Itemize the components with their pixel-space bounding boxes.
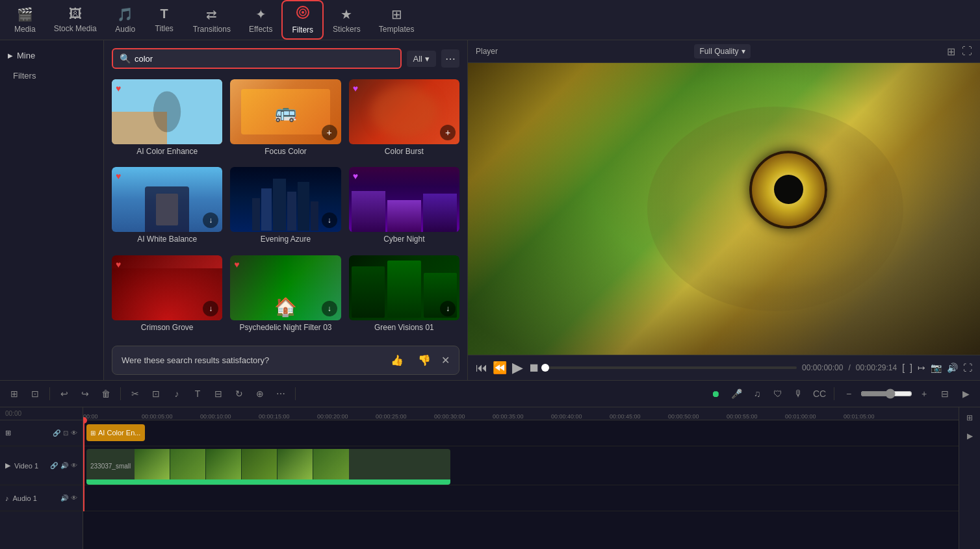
step-back-button[interactable]: ⏪	[493, 361, 507, 375]
nav-titles[interactable]: T Titles	[145, 3, 184, 37]
track-filter-eye-icon[interactable]: 👁	[71, 429, 77, 437]
vid-thumb-1	[135, 449, 170, 483]
track-video-link-icon[interactable]: 🔗	[50, 462, 58, 469]
thumbup-button[interactable]: 👍	[387, 353, 407, 368]
undo-button[interactable]: ↩	[55, 385, 73, 403]
track-video-eye-icon[interactable]: 👁	[71, 462, 77, 469]
stop-button[interactable]: ⏹	[528, 361, 540, 375]
nav-stock-media[interactable]: 🖼 Stock Media	[45, 3, 106, 37]
video-clip-label: 233037_small	[86, 463, 135, 470]
mark-out-button[interactable]: ]	[910, 363, 912, 373]
vid-thumb-5	[277, 449, 313, 483]
mark-in-button[interactable]: [	[902, 363, 905, 373]
filter-card-white-balance[interactable]: ♥ ↓ AI White Balance	[112, 167, 222, 247]
sidebar-item-filters[interactable]: Filters	[0, 66, 103, 86]
nav-transitions[interactable]: ⇄ Transitions	[184, 3, 240, 38]
track-audio-eye-icon[interactable]: 👁	[71, 494, 77, 502]
video-clip[interactable]: 233037_small	[86, 449, 450, 483]
time-total: 00:00:29:14	[856, 363, 897, 372]
satisfaction-bar: Were these search results satisfactory? …	[112, 346, 459, 375]
ruler-mark-45: 00:00:45:00	[610, 413, 641, 420]
more-options-button[interactable]: ⋯	[441, 49, 459, 68]
redo-button[interactable]: ↪	[76, 385, 94, 403]
nav-media[interactable]: 🎬 Media	[5, 3, 45, 38]
filter-card-green[interactable]: ↓ Green Visions 01	[349, 255, 459, 335]
sidebar: ▶ Mine Filters	[0, 40, 104, 380]
filter-clip-label: AI Color En...	[98, 429, 140, 437]
play-button[interactable]: ▶	[512, 359, 523, 376]
ruler-mark-40: 00:00:40:00	[551, 413, 582, 420]
add-track-button[interactable]: ⊞	[5, 385, 23, 403]
mic-button[interactable]: 🎙	[790, 385, 808, 403]
voice-button[interactable]: 🎤	[727, 385, 745, 403]
crop-button[interactable]: ↦	[918, 363, 925, 373]
filter-card-psychedelic[interactable]: 🏠 ♥ ↓ Psychedelic Night Filter 03	[230, 255, 341, 335]
record-button[interactable]: ⏺	[706, 385, 725, 403]
timeline-tracks: 00:00 00:00:05:00 00:00:10:00 00:00:15:0…	[83, 407, 959, 549]
filter-thumb-white-balance: ♥ ↓	[112, 167, 222, 232]
filter-card-cyber[interactable]: ♥ Cyber Night	[349, 167, 459, 247]
layout-button[interactable]: ⊟	[936, 385, 954, 403]
filter-all-dropdown[interactable]: All ▾	[407, 51, 436, 67]
nav-stickers[interactable]: ★ Stickers	[324, 3, 370, 38]
split-button[interactable]: ✂	[126, 385, 144, 403]
player-video	[468, 63, 980, 355]
shield-button[interactable]: 🛡	[769, 385, 787, 403]
nav-audio[interactable]: 🎵 Audio	[106, 3, 145, 38]
delete-button[interactable]: 🗑	[97, 385, 115, 403]
satisfaction-close-button[interactable]: ✕	[441, 354, 450, 366]
group-button[interactable]: ⊕	[251, 385, 269, 403]
nav-audio-label: Audio	[115, 25, 135, 34]
sidebar-item-mine[interactable]: ▶ Mine	[0, 45, 103, 66]
filter-card-focus[interactable]: 🚌 + Focus Color	[230, 79, 341, 159]
more-tl-button[interactable]: ⋯	[272, 385, 290, 403]
frame-button[interactable]: ⊟	[209, 385, 227, 403]
toolbar-separator-1	[49, 387, 50, 400]
select-all-button[interactable]: ⊡	[26, 385, 44, 403]
progress-bar[interactable]	[545, 366, 797, 369]
zoom-slider[interactable]	[860, 389, 912, 399]
search-box[interactable]: 🔍	[112, 48, 402, 69]
filter-label-focus: Focus Color	[230, 144, 341, 159]
snapshot-button[interactable]: 📷	[931, 363, 942, 373]
filter-clip[interactable]: ⊞ AI Color En...	[86, 424, 145, 441]
side-btn-1[interactable]: ⊞	[962, 410, 977, 426]
expand-button[interactable]: ⛶	[963, 363, 972, 373]
track-filter-link-icon[interactable]: 🔗	[53, 429, 60, 437]
filter-card-burst[interactable]: ♥ + Color Burst	[349, 79, 459, 159]
ruler-mark-35: 00:00:35:00	[493, 413, 524, 420]
music-button[interactable]: ♫	[748, 385, 766, 403]
volume-button[interactable]: 🔊	[947, 363, 958, 373]
nav-effects[interactable]: ✦ Effects	[240, 3, 281, 38]
skip-back-button[interactable]: ⏮	[476, 361, 487, 375]
filter-card-ai-color[interactable]: ♥ AI Color Enhance	[112, 79, 222, 159]
filter-card-crimson[interactable]: ♥ ↓ Crimson Grove	[112, 255, 222, 335]
overflow-button[interactable]: ▶	[957, 385, 975, 403]
vid-thumb-4	[242, 449, 277, 483]
thumbdown-button[interactable]: 👎	[414, 353, 435, 368]
zoom-in-button[interactable]: +	[915, 385, 933, 403]
add-icon-burst[interactable]: +	[440, 125, 456, 140]
nav-filters[interactable]: Filters	[281, 0, 324, 40]
quality-select[interactable]: Full Quality ▾	[694, 44, 750, 58]
text-button[interactable]: T	[188, 385, 207, 403]
captions-button[interactable]: CC	[810, 385, 829, 403]
audio-button[interactable]: ♪	[168, 385, 186, 403]
heart-icon-cyber: ♥	[353, 171, 358, 181]
track-filter-volume-icon[interactable]: ⊡	[63, 429, 68, 437]
fullscreen-icon[interactable]: ⛶	[962, 45, 972, 58]
zoom-out-button[interactable]: −	[840, 385, 858, 403]
filter-card-evening[interactable]: ↓ Evening Azure	[230, 167, 341, 247]
crop-clip-button[interactable]: ⊡	[147, 385, 165, 403]
grid-view-icon[interactable]: ⊞	[947, 45, 955, 58]
side-btn-2[interactable]: ▶	[962, 428, 977, 444]
filters-icon	[296, 5, 310, 23]
nav-templates[interactable]: ⊞ Templates	[370, 3, 424, 38]
playhead[interactable]	[83, 420, 84, 511]
search-input[interactable]	[135, 54, 394, 64]
rotate-button[interactable]: ↻	[230, 385, 248, 403]
track-audio-volume-icon[interactable]: 🔊	[60, 494, 68, 502]
top-navigation: 🎬 Media 🖼 Stock Media 🎵 Audio T Titles ⇄…	[0, 0, 980, 40]
track-video-volume-icon[interactable]: 🔊	[60, 462, 68, 469]
add-icon-focus[interactable]: +	[322, 125, 337, 140]
